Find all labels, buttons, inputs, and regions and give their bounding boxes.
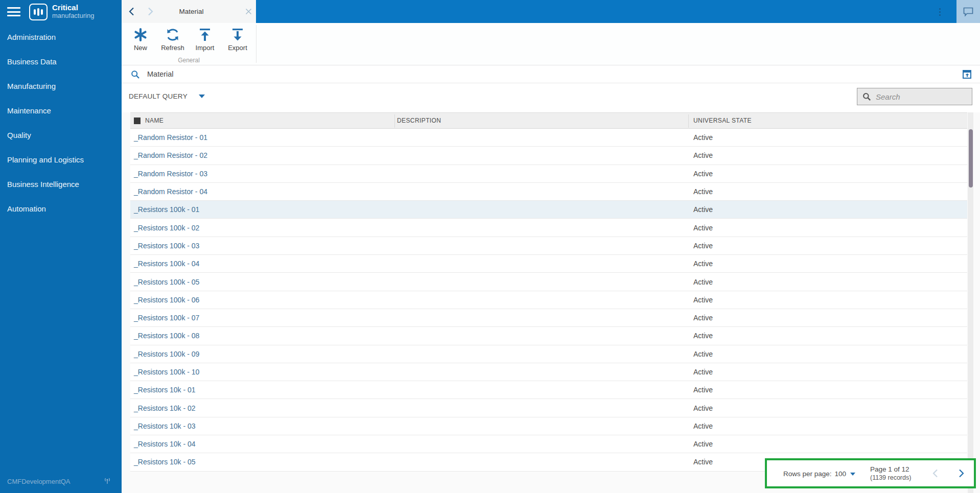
- table-row[interactable]: _Resistors 100k - 04 Active: [130, 255, 967, 273]
- sidebar-nav: AdministrationBusiness DataManufacturing…: [0, 25, 122, 221]
- table-row[interactable]: _Resistors 100k - 10 Active: [130, 363, 967, 381]
- sidebar-item-business-data[interactable]: Business Data: [0, 49, 122, 74]
- connection-status-icon: [103, 477, 111, 485]
- sidebar-item-label: Quality: [7, 131, 31, 139]
- table-row[interactable]: _Resistors 100k - 05 Active: [130, 273, 967, 291]
- ribbon-toolbar: New Refresh: [122, 23, 980, 65]
- row-universal-state: Active: [693, 255, 713, 272]
- critical-manufacturing-logo-icon: [29, 4, 48, 20]
- sidebar-item-quality[interactable]: Quality: [0, 123, 122, 147]
- sidebar-item-planning-and-logistics[interactable]: Planning and Logistics: [0, 147, 122, 172]
- table-row[interactable]: _Resistors 100k - 07 Active: [130, 309, 967, 327]
- sidebar-item-maintenance[interactable]: Maintenance: [0, 98, 122, 123]
- rows-per-page-selector[interactable]: Rows per page: 100: [783, 470, 855, 478]
- sidebar: Critical manufacturing AdministrationBus…: [0, 0, 122, 493]
- row-name-link[interactable]: _Resistors 100k - 03: [134, 237, 199, 254]
- row-name-link[interactable]: _Resistors 100k - 07: [134, 309, 199, 326]
- records-count: (1139 records): [870, 474, 911, 481]
- column-header-description[interactable]: DESCRIPTION: [397, 113, 441, 128]
- column-header-label: UNIVERSAL STATE: [693, 117, 752, 124]
- row-name-link[interactable]: _Resistors 100k - 01: [134, 201, 199, 218]
- import-button-label: Import: [196, 44, 215, 52]
- table-row[interactable]: _Resistors 10k - 01 Active: [130, 381, 967, 399]
- row-name-link[interactable]: _Resistors 100k - 04: [134, 255, 199, 272]
- table-row[interactable]: _Resistors 10k - 02 Active: [130, 399, 967, 417]
- table-row[interactable]: _Random Resistor - 01 Active: [130, 129, 967, 147]
- row-name-link[interactable]: _Resistors 100k - 10: [134, 363, 199, 381]
- table-row[interactable]: _Random Resistor - 04 Active: [130, 183, 967, 201]
- table-row[interactable]: _Resistors 100k - 08 Active: [130, 327, 967, 345]
- sidebar-item-business-intelligence[interactable]: Business Intelligence: [0, 172, 122, 196]
- sidebar-item-label: Business Intelligence: [7, 180, 79, 189]
- query-bar: DEFAULT QUERY: [122, 83, 980, 112]
- hamburger-menu-icon[interactable]: [7, 7, 20, 16]
- row-name-link[interactable]: _Resistors 100k - 08: [134, 327, 199, 344]
- sidebar-item-automation[interactable]: Automation: [0, 196, 122, 221]
- tab-back-icon[interactable]: [128, 7, 136, 16]
- row-name-link[interactable]: _Random Resistor - 02: [134, 147, 207, 164]
- table-body: _Random Resistor - 01 Active _Random Res…: [130, 129, 967, 472]
- more-options-icon[interactable]: [936, 6, 943, 18]
- sidebar-item-manufacturing[interactable]: Manufacturing: [0, 74, 122, 98]
- table-row[interactable]: _Resistors 100k - 01 Active: [130, 201, 967, 219]
- tab-material[interactable]: Material: [157, 0, 256, 23]
- search-input[interactable]: [876, 92, 963, 101]
- material-table: NAME DESCRIPTION UNIVERSAL STATE _Random…: [130, 112, 967, 472]
- new-button[interactable]: New: [126, 27, 155, 58]
- scrollbar-thumb[interactable]: [969, 129, 973, 187]
- chevron-down-icon: [199, 95, 205, 98]
- table-row[interactable]: _Random Resistor - 03 Active: [130, 165, 967, 183]
- row-name-link[interactable]: _Random Resistor - 03: [134, 165, 207, 182]
- row-universal-state: Active: [693, 201, 713, 218]
- new-asterisk-icon: [133, 27, 148, 43]
- row-name-link[interactable]: _Resistors 100k - 09: [134, 345, 199, 363]
- table-row[interactable]: _Resistors 100k - 06 Active: [130, 291, 967, 309]
- chat-panel-button[interactable]: [956, 0, 980, 23]
- column-header-name[interactable]: NAME: [134, 113, 164, 128]
- chevron-down-icon: [850, 473, 855, 476]
- row-universal-state: Active: [693, 165, 713, 182]
- table-row[interactable]: _Resistors 10k - 03 Active: [130, 417, 967, 435]
- sidebar-item-label: Business Data: [7, 57, 57, 66]
- row-name-link[interactable]: _Random Resistor - 04: [134, 183, 207, 200]
- app-root: Critical manufacturing AdministrationBus…: [0, 0, 980, 493]
- query-selector[interactable]: DEFAULT QUERY: [129, 92, 205, 100]
- column-options-icon[interactable]: [134, 118, 141, 124]
- row-name-link[interactable]: _Resistors 10k - 01: [134, 381, 196, 398]
- row-universal-state: Active: [693, 129, 713, 146]
- main-area: Material: [122, 0, 980, 493]
- row-universal-state: Active: [693, 273, 713, 290]
- table-row[interactable]: _Resistors 10k - 04 Active: [130, 435, 967, 453]
- vertical-scrollbar[interactable]: [968, 112, 973, 493]
- row-name-link[interactable]: _Resistors 100k - 06: [134, 291, 199, 309]
- refresh-button[interactable]: Refresh: [158, 27, 188, 58]
- collapse-panel-icon[interactable]: [963, 70, 971, 79]
- import-button[interactable]: Import: [190, 27, 220, 58]
- row-universal-state: Active: [693, 363, 713, 381]
- row-universal-state: Active: [693, 291, 713, 309]
- row-name-link[interactable]: _Resistors 10k - 05: [134, 453, 196, 471]
- tab-close-icon[interactable]: [245, 8, 252, 15]
- table-row[interactable]: _Resistors 100k - 09 Active: [130, 345, 967, 363]
- next-page-icon[interactable]: [957, 468, 965, 478]
- row-universal-state: Active: [693, 219, 713, 236]
- table-search-box[interactable]: [857, 88, 972, 105]
- previous-page-icon[interactable]: [931, 468, 940, 478]
- page-title: Material: [147, 70, 174, 78]
- table-row[interactable]: _Resistors 100k - 02 Active: [130, 219, 967, 237]
- table-row[interactable]: _Random Resistor - 02 Active: [130, 147, 967, 165]
- row-name-link[interactable]: _Resistors 10k - 04: [134, 435, 196, 453]
- sidebar-item-administration[interactable]: Administration: [0, 25, 122, 49]
- export-button[interactable]: Export: [223, 27, 252, 58]
- sidebar-item-label: Planning and Logistics: [7, 155, 84, 164]
- sidebar-item-label: Manufacturing: [7, 82, 56, 90]
- tab-label: Material: [157, 0, 225, 23]
- row-name-link[interactable]: _Random Resistor - 01: [134, 129, 207, 146]
- row-name-link[interactable]: _Resistors 100k - 02: [134, 219, 199, 236]
- tab-forward-icon[interactable]: [146, 7, 154, 16]
- row-name-link[interactable]: _Resistors 10k - 02: [134, 399, 196, 416]
- row-name-link[interactable]: _Resistors 10k - 03: [134, 417, 196, 435]
- row-name-link[interactable]: _Resistors 100k - 05: [134, 273, 199, 290]
- column-header-universal-state[interactable]: UNIVERSAL STATE: [693, 113, 752, 128]
- table-row[interactable]: _Resistors 100k - 03 Active: [130, 237, 967, 255]
